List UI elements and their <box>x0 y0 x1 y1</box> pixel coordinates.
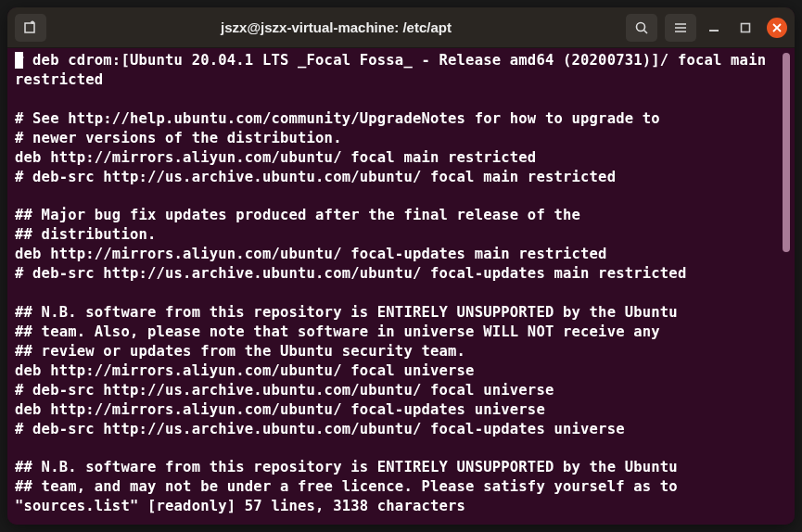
maximize-icon <box>740 22 751 33</box>
search-button[interactable] <box>626 14 657 42</box>
svg-rect-9 <box>742 23 750 32</box>
titlebar: jszx@jszx-virtual-machine: /etc/apt <box>7 7 795 48</box>
minimize-button[interactable] <box>704 18 724 38</box>
svg-rect-0 <box>25 23 34 32</box>
minimize-icon <box>708 22 719 33</box>
hamburger-menu-button[interactable] <box>665 14 696 42</box>
svg-line-4 <box>644 30 648 33</box>
terminal-window: jszx@jszx-virtual-machine: /etc/apt <box>7 7 795 525</box>
scroll-thumb[interactable] <box>783 53 790 252</box>
new-tab-icon <box>23 20 38 35</box>
scrollbar[interactable] <box>782 51 791 522</box>
maximize-button[interactable] <box>735 18 756 38</box>
text-cursor <box>15 52 23 69</box>
close-button[interactable] <box>767 18 787 38</box>
window-title: jszx@jszx-virtual-machine: /etc/apt <box>54 19 618 35</box>
hamburger-icon <box>673 20 688 35</box>
terminal-viewport[interactable]: # deb cdrom:[Ubuntu 20.04.1 LTS _Focal F… <box>7 48 795 525</box>
window-controls <box>704 18 787 38</box>
search-icon <box>634 20 649 35</box>
svg-point-3 <box>637 22 645 31</box>
close-icon <box>772 23 782 32</box>
new-tab-button[interactable] <box>15 14 46 42</box>
terminal-content: # deb cdrom:[Ubuntu 20.04.1 LTS _Focal F… <box>15 51 782 522</box>
